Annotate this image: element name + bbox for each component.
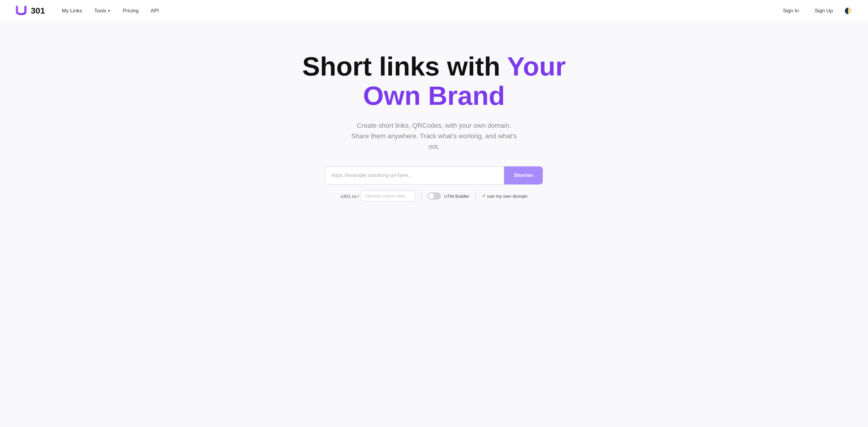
options-divider [421,192,422,200]
logo-number: 301 [31,6,45,16]
domain-prefix-area: u301.co / [341,191,415,201]
theme-toggle-button[interactable]: 🌓 [843,5,854,16]
alias-input[interactable] [361,191,415,201]
hero-section: Short links with Your Own Brand Create s… [0,22,868,226]
hero-title-part1: Short links with [302,51,507,81]
nav-tools[interactable]: Tools ▼ [89,5,116,16]
sign-up-button[interactable]: Sign Up [809,5,839,16]
nav-my-links[interactable]: My Links [57,5,87,16]
shorten-button[interactable]: Shorten [504,166,543,185]
nav-api[interactable]: API [146,5,163,16]
hero-subtitle: Create short links, QRCodes, with your o… [349,120,519,152]
logo-link[interactable]: 301 [14,4,45,18]
nav-links: My Links Tools ▼ Pricing API [57,5,777,16]
navbar: 301 My Links Tools ▼ Pricing API Sign In… [0,0,868,22]
own-domain-label: use my own domain [487,194,527,199]
external-link-icon: ↗ [482,194,485,198]
utm-builder-label: UTM Builder [444,194,469,199]
url-input[interactable] [325,166,504,185]
own-domain-link[interactable]: ↗ use my own domain [482,194,527,199]
sign-in-button[interactable]: Sign In [777,5,805,16]
nav-right: Sign In Sign Up 🌓 [777,5,854,16]
tools-dropdown-icon: ▼ [107,9,111,13]
shorten-form: Shorten [325,166,543,185]
utm-builder-toggle[interactable] [428,192,441,200]
logo-icon [14,4,28,18]
hero-title: Short links with Your Own Brand [298,52,570,110]
nav-pricing[interactable]: Pricing [118,5,143,16]
options-row: u301.co / UTM Builder ↗ use my own domai… [341,191,527,201]
options-divider-2 [475,192,476,200]
domain-prefix-text: u301.co / [341,194,359,199]
utm-builder-area[interactable]: UTM Builder [428,192,469,200]
